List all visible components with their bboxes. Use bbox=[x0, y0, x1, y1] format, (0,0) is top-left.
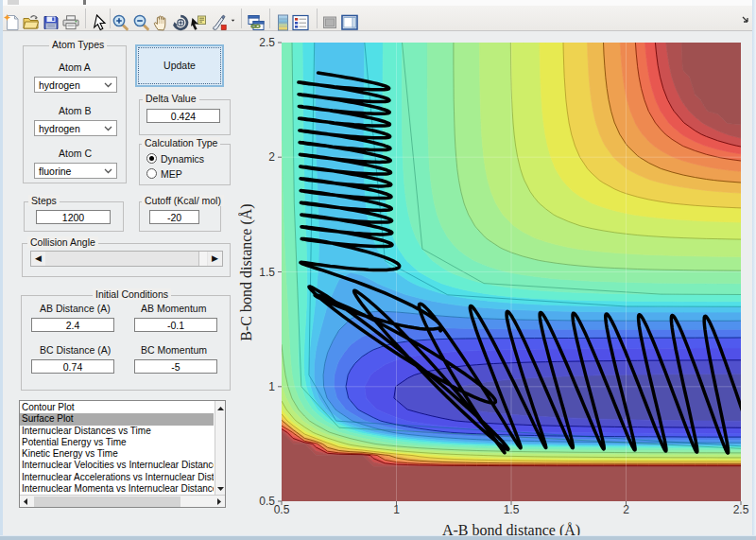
svg-text:1.5: 1.5 bbox=[504, 503, 520, 516]
svg-text:0.5: 0.5 bbox=[274, 503, 290, 516]
svg-text:2: 2 bbox=[268, 150, 275, 164]
svg-text:1: 1 bbox=[268, 380, 275, 393]
svg-text:B-C bond distance (Å): B-C bond distance (Å) bbox=[238, 203, 255, 340]
svg-text:2.5: 2.5 bbox=[733, 503, 749, 516]
svg-text:1: 1 bbox=[393, 503, 400, 516]
svg-text:0.5: 0.5 bbox=[259, 495, 275, 508]
svg-text:1.5: 1.5 bbox=[259, 266, 275, 279]
svg-text:2: 2 bbox=[623, 503, 629, 516]
svg-text:2.5: 2.5 bbox=[259, 36, 275, 49]
